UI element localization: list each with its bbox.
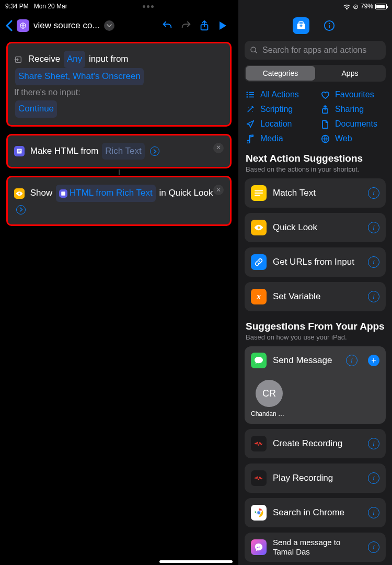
- next-actions-sub: Based on the actions in your shortcut.: [238, 165, 392, 178]
- svg-rect-14: [249, 92, 254, 93]
- contact-suggestion[interactable]: CR Chandan R...: [251, 380, 287, 417]
- seg-categories[interactable]: Categories: [246, 66, 315, 81]
- svg-rect-23: [255, 190, 263, 191]
- cat-all-actions[interactable]: All Actions: [246, 90, 310, 99]
- share-button[interactable]: [199, 20, 214, 31]
- document-icon: [320, 120, 330, 129]
- list-icon: [246, 91, 255, 98]
- home-indicator[interactable]: [159, 560, 233, 563]
- sug-play-recording[interactable]: Play Recording i: [245, 464, 386, 493]
- info-icon[interactable]: i: [368, 438, 379, 449]
- sug-send-messenger[interactable]: Send a message toTamal Das i: [245, 533, 386, 562]
- cat-favourites[interactable]: Favourites: [320, 90, 385, 99]
- shortcut-info-button[interactable]: [321, 17, 338, 34]
- quicklook-source-token[interactable]: HTML from Rich Text: [56, 185, 156, 202]
- svg-rect-16: [249, 94, 254, 95]
- richtext-icon: [14, 146, 25, 156]
- sug-quick-look[interactable]: Quick Look i: [245, 213, 386, 242]
- messenger-label: Send a message toTamal Das: [273, 538, 362, 557]
- svg-point-13: [246, 92, 248, 93]
- search-field[interactable]: Search for apps and actions: [245, 41, 386, 60]
- add-suggestion-button[interactable]: +: [368, 355, 379, 366]
- sug-search-chrome[interactable]: Search in Chrome i: [245, 498, 386, 527]
- undo-button[interactable]: [162, 20, 176, 31]
- receive-icon: [14, 55, 22, 64]
- messenger-icon: [251, 539, 267, 555]
- make-html-text: Make HTML from: [30, 146, 99, 156]
- info-icon[interactable]: i: [368, 222, 379, 233]
- rotation-lock-icon: ⊘: [353, 3, 359, 10]
- contact-avatar: CR: [256, 380, 283, 407]
- show-quicklook-block[interactable]: Show HTML from Rich Text in Quick Look ✕: [6, 176, 232, 226]
- music-icon: [246, 134, 255, 143]
- info-icon[interactable]: i: [346, 355, 358, 366]
- quicklook-icon: [14, 188, 25, 199]
- back-button[interactable]: [5, 20, 13, 31]
- input-source-token[interactable]: Share Sheet, What's Onscreen: [15, 68, 144, 85]
- svg-rect-4: [18, 150, 21, 151]
- contact-name: Chandan R...: [251, 410, 287, 417]
- sug-match-text[interactable]: Match Text i: [245, 178, 386, 208]
- info-icon[interactable]: i: [368, 187, 379, 199]
- disclosure-icon[interactable]: [150, 146, 159, 156]
- title-menu-chevron[interactable]: [104, 20, 114, 31]
- delete-block-button-2[interactable]: ✕: [213, 185, 224, 195]
- nav-bar: view source co...: [0, 13, 238, 39]
- shortcut-title[interactable]: view source co...: [33, 20, 100, 31]
- richtext-small-icon: [59, 189, 67, 198]
- receive-input-block[interactable]: Receive Any input from Share Sheet, What…: [6, 42, 232, 127]
- shortcut-color-icon[interactable]: [17, 19, 29, 32]
- make-html-block[interactable]: Make HTML from Rich Text ✕: [6, 134, 232, 169]
- receive-text-2: input from: [89, 54, 129, 64]
- status-time: 9:34 PM: [5, 3, 29, 10]
- make-html-source-token[interactable]: Rich Text: [102, 143, 145, 160]
- sug-get-urls[interactable]: Get URLs from Input i: [245, 247, 386, 277]
- apps-sub: Based on how you use your iPad.: [238, 333, 392, 346]
- info-icon[interactable]: i: [368, 541, 379, 553]
- multitask-dots[interactable]: [67, 5, 229, 8]
- cat-sharing[interactable]: Sharing: [320, 105, 385, 114]
- delete-block-button[interactable]: ✕: [213, 143, 224, 153]
- no-input-action-token[interactable]: Continue: [15, 100, 57, 118]
- sug-create-recording[interactable]: Create Recording i: [245, 429, 386, 458]
- info-icon[interactable]: i: [368, 472, 379, 484]
- svg-rect-24: [255, 193, 263, 194]
- seg-apps[interactable]: Apps: [315, 66, 385, 81]
- sug-set-variable[interactable]: x Set Variable i: [245, 282, 386, 311]
- segmented-control[interactable]: Categories Apps: [245, 65, 386, 82]
- action-library-button[interactable]: [293, 17, 309, 34]
- svg-rect-25: [255, 195, 260, 196]
- sug-send-message[interactable]: Send Message i + CR Chandan R...: [245, 346, 386, 424]
- svg-point-26: [258, 227, 260, 229]
- location-icon: [246, 120, 255, 128]
- disclosure-icon-2[interactable]: [16, 205, 26, 214]
- status-bar-right: ⊘ 79%: [238, 0, 392, 13]
- heart-icon: [320, 91, 330, 99]
- cat-documents[interactable]: Documents: [320, 119, 385, 129]
- wifi-icon: [343, 4, 351, 9]
- svg-point-6: [18, 193, 20, 195]
- cat-media[interactable]: Media: [246, 134, 310, 143]
- search-icon: [250, 46, 258, 54]
- wand-icon: [246, 105, 255, 114]
- cat-scripting[interactable]: Scripting: [246, 105, 310, 114]
- svg-rect-5: [18, 151, 20, 152]
- info-icon[interactable]: i: [368, 256, 379, 268]
- share-up-icon: [320, 105, 330, 114]
- svg-rect-11: [329, 25, 330, 28]
- battery-icon: [375, 4, 387, 9]
- svg-rect-18: [249, 97, 254, 98]
- svg-rect-7: [61, 191, 65, 196]
- input-type-token[interactable]: Any: [64, 51, 85, 68]
- messages-icon: [251, 353, 267, 368]
- cat-location[interactable]: Location: [246, 119, 310, 129]
- info-icon[interactable]: i: [368, 291, 379, 302]
- chrome-icon: [251, 505, 267, 521]
- info-icon[interactable]: i: [368, 507, 379, 518]
- no-input-label: If there's no input:: [14, 88, 80, 97]
- cat-web[interactable]: Web: [320, 134, 385, 143]
- voice-memos-icon: [251, 436, 267, 451]
- run-button[interactable]: [218, 20, 233, 31]
- quicklook-sug-icon: [251, 220, 267, 235]
- show-text-1: Show: [30, 188, 53, 198]
